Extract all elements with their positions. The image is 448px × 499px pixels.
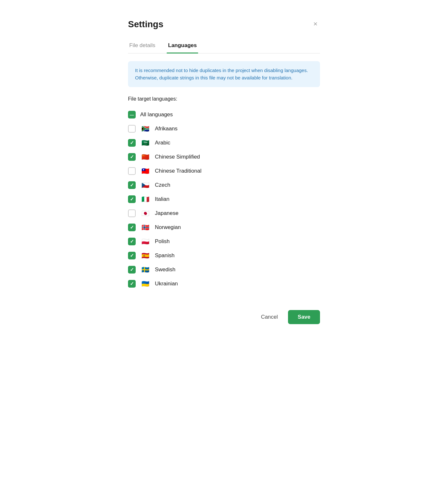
checkbox-arabic[interactable]	[128, 139, 136, 147]
tabs-container: File details Languages	[128, 39, 320, 53]
language-item-chinese-traditional[interactable]: 🇹🇼 Chinese Traditional	[128, 164, 320, 178]
checkbox-chinese-traditional[interactable]	[128, 167, 136, 175]
flag-ukrainian: 🇺🇦	[140, 280, 150, 287]
checkbox-all[interactable]	[128, 111, 136, 119]
language-list: All languages 🇿🇦 Afrikaans 🇸🇦 Arabic 🇨🇳 …	[128, 108, 320, 291]
language-item-ukrainian[interactable]: 🇺🇦 Ukrainian	[128, 277, 320, 291]
dialog-header: Settings ×	[128, 19, 320, 29]
dialog-footer: Cancel Save	[128, 304, 320, 324]
checkbox-norwegian[interactable]	[128, 224, 136, 231]
flag-chinese-simplified: 🇨🇳	[140, 153, 150, 160]
flag-polish: 🇵🇱	[140, 238, 150, 245]
checkbox-japanese[interactable]	[128, 209, 136, 217]
language-item-chinese-simplified[interactable]: 🇨🇳 Chinese Simplified	[128, 150, 320, 164]
save-button[interactable]: Save	[288, 310, 320, 324]
flag-czech: 🇨🇿	[140, 182, 150, 189]
checkbox-afrikaans[interactable]	[128, 125, 136, 133]
flag-arabic: 🇸🇦	[140, 139, 150, 146]
cancel-button[interactable]: Cancel	[256, 311, 283, 323]
language-item-afrikaans[interactable]: 🇿🇦 Afrikaans	[128, 122, 320, 136]
tab-languages[interactable]: Languages	[167, 39, 198, 53]
language-item-all[interactable]: All languages	[128, 108, 320, 122]
flag-norwegian: 🇳🇴	[140, 224, 150, 231]
checkbox-italian[interactable]	[128, 195, 136, 203]
flag-afrikaans: 🇿🇦	[140, 125, 150, 132]
section-label: File target languages:	[128, 96, 320, 102]
language-item-czech[interactable]: 🇨🇿 Czech	[128, 178, 320, 192]
language-item-norwegian[interactable]: 🇳🇴 Norwegian	[128, 220, 320, 234]
info-banner: It is recommended not to hide duplicates…	[128, 61, 320, 87]
flag-italian: 🇮🇹	[140, 196, 150, 203]
tab-file-details[interactable]: File details	[128, 39, 156, 53]
checkbox-spanish[interactable]	[128, 252, 136, 259]
flag-spanish: 🇪🇸	[140, 252, 150, 259]
checkbox-czech[interactable]	[128, 181, 136, 189]
checkbox-chinese-simplified[interactable]	[128, 153, 136, 161]
language-item-polish[interactable]: 🇵🇱 Polish	[128, 234, 320, 249]
language-item-italian[interactable]: 🇮🇹 Italian	[128, 192, 320, 206]
checkbox-ukrainian[interactable]	[128, 280, 136, 288]
language-item-japanese[interactable]: 🇯🇵 Japanese	[128, 206, 320, 220]
language-item-spanish[interactable]: 🇪🇸 Spanish	[128, 249, 320, 263]
flag-chinese-traditional: 🇹🇼	[140, 168, 150, 175]
dialog-title: Settings	[128, 19, 163, 29]
language-item-swedish[interactable]: 🇸🇪 Swedish	[128, 263, 320, 277]
language-item-arabic[interactable]: 🇸🇦 Arabic	[128, 136, 320, 150]
flag-swedish: 🇸🇪	[140, 266, 150, 273]
settings-dialog: Settings × File details Languages It is …	[112, 6, 336, 337]
close-button[interactable]: ×	[311, 19, 320, 29]
flag-japanese: 🇯🇵	[140, 210, 150, 217]
checkbox-polish[interactable]	[128, 238, 136, 245]
checkbox-swedish[interactable]	[128, 266, 136, 274]
